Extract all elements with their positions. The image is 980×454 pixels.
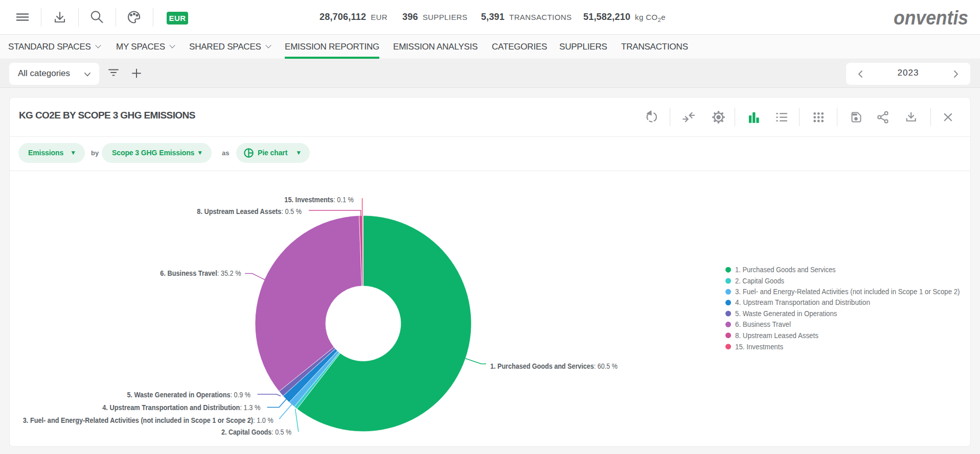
svg-text:15. Investments: 15. Investments — [735, 343, 783, 351]
svg-text:8. Upstream Leased Assets: 8. Upstream Leased Assets — [735, 331, 818, 340]
svg-text:onventis: onventis — [894, 7, 968, 29]
svg-text:4. Upstream Transportation and: 4. Upstream Transportation and Distribut… — [102, 403, 260, 412]
svg-text:15. Investments: 0.1 %: 15. Investments: 0.1 % — [284, 196, 354, 204]
svg-text:1. Purchased Goods and Service: 1. Purchased Goods and Services — [735, 266, 836, 274]
svg-text:5. Waste Generated in Operatio: 5. Waste Generated in Operations — [735, 309, 837, 318]
svg-text:2. Capital Goods: 2. Capital Goods — [735, 277, 784, 285]
svg-text:2. Capital Goods: 0.5 %: 2. Capital Goods: 0.5 % — [221, 428, 291, 436]
svg-text:5. Waste Generated in Operatio: 5. Waste Generated in Operations: 0.9 % — [127, 391, 250, 399]
svg-text:4. Upstream Transportation and: 4. Upstream Transportation and Distribut… — [735, 298, 870, 306]
svg-text:6. Business Travel: 35.2 %: 6. Business Travel: 35.2 % — [160, 269, 241, 277]
svg-text:6. Business Travel: 6. Business Travel — [735, 320, 791, 328]
svg-text:8. Upstream Leased Assets: 0.5: 8. Upstream Leased Assets: 0.5 % — [197, 207, 302, 216]
svg-text:1. Purchased Goods and Service: 1. Purchased Goods and Services: 60.5 % — [490, 362, 618, 370]
svg-text:3. Fuel- and Energy-Related Ac: 3. Fuel- and Energy-Related Activities (… — [735, 288, 960, 296]
svg-text:3. Fuel- and Energy-Related Ac: 3. Fuel- and Energy-Related Activities (… — [23, 416, 274, 424]
